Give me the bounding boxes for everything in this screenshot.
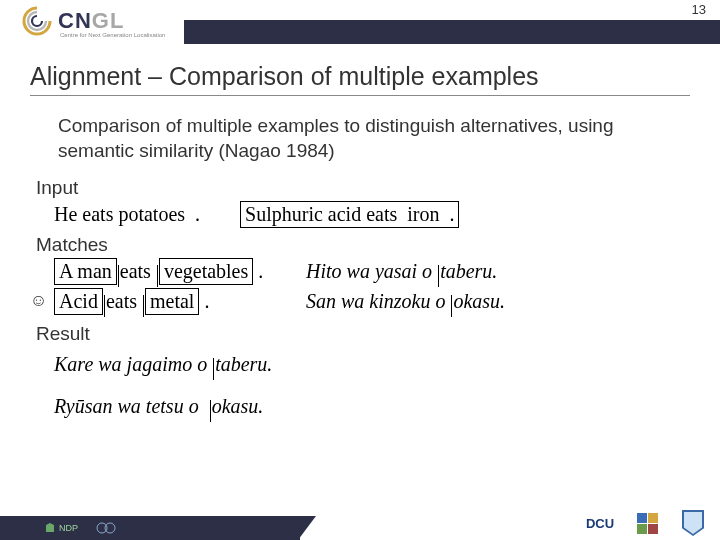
match-row: ☺ Acideats metal . San wa kinzoku o okas… <box>54 288 690 315</box>
match-subj-box: Acid <box>54 288 103 315</box>
divider-icon <box>157 265 158 287</box>
title-underline <box>30 95 690 96</box>
page-number: 13 <box>692 2 706 17</box>
match-subj-box: A man <box>54 258 117 285</box>
matches-label: Matches <box>36 234 690 256</box>
logo-text: CNGL <box>58 8 124 34</box>
tcd-logo-icon <box>634 510 660 536</box>
divider-icon <box>213 358 214 380</box>
match-en: Acideats metal . <box>54 288 306 315</box>
footer-logos: DCU <box>588 510 706 536</box>
input-example-1: He eats potatoes . <box>54 203 200 226</box>
smiley-icon: ☺ <box>30 291 47 311</box>
match-jp: Hito wa yasai o taberu. <box>306 260 497 284</box>
divider-icon <box>451 295 452 317</box>
sfi-badge-icon <box>96 522 118 534</box>
ucd-logo-icon <box>680 510 706 536</box>
ndp-badge-icon: NDP <box>44 522 78 534</box>
header-dark-band <box>184 20 720 44</box>
result-line: Ryūsan wa tetsu o okasu. <box>54 389 690 423</box>
logo-mark-icon <box>22 6 52 36</box>
slide-content: Alignment – Comparison of multiple examp… <box>0 48 720 423</box>
divider-icon <box>438 265 439 287</box>
match-jp: San wa kinzoku o okasu. <box>306 290 505 314</box>
matches-block: A maneats vegetables . Hito wa yasai o t… <box>36 258 690 315</box>
match-row: A maneats vegetables . Hito wa yasai o t… <box>54 258 690 285</box>
slide-title: Alignment – Comparison of multiple examp… <box>30 62 690 91</box>
match-obj-box: metal <box>145 288 199 315</box>
description-text: Comparison of multiple examples to disti… <box>58 114 690 163</box>
divider-icon <box>118 265 119 287</box>
input-examples: He eats potatoes . Sulphuric acid eats i… <box>54 201 690 228</box>
match-en: A maneats vegetables . <box>54 258 306 285</box>
result-block: Kare wa jagaimo o taberu. Ryūsan wa tets… <box>54 347 690 423</box>
footer-bar: NDP DCU <box>0 506 720 540</box>
result-label: Result <box>36 323 690 345</box>
dcu-logo-icon: DCU <box>588 510 614 536</box>
input-label: Input <box>36 177 690 199</box>
footer-diagonal <box>298 516 316 540</box>
input-example-2-boxed: Sulphuric acid eats iron . <box>240 201 459 228</box>
divider-icon <box>104 295 105 317</box>
footer-left-band: NDP <box>0 516 300 540</box>
divider-icon <box>143 295 144 317</box>
result-line: Kare wa jagaimo o taberu. <box>54 347 690 381</box>
logo-subtitle: Centre for Next Generation Localisation <box>60 32 165 38</box>
divider-icon <box>210 400 211 422</box>
match-obj-box: vegetables <box>159 258 253 285</box>
header-bar: CNGL Centre for Next Generation Localisa… <box>0 0 720 48</box>
